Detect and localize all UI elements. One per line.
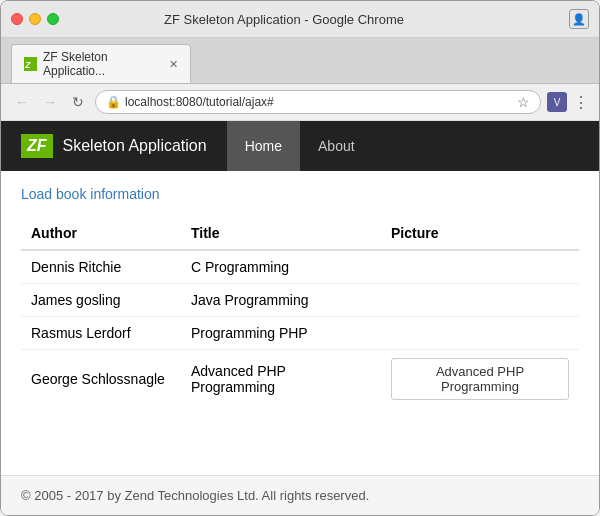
picture-cell: Advanced PHP Programming — [381, 350, 579, 409]
picture-cell — [381, 284, 579, 317]
author-cell: Dennis Ritchie — [21, 250, 181, 284]
refresh-button[interactable]: ↻ — [67, 91, 89, 113]
table-header-author: Author — [21, 217, 181, 250]
author-cell: James gosling — [21, 284, 181, 317]
tab-close-icon[interactable]: ✕ — [169, 58, 178, 71]
nav-links: Home About — [227, 121, 373, 171]
picture-cell — [381, 250, 579, 284]
window-title: ZF Skeleton Application - Google Chrome — [0, 12, 569, 27]
nav-link-home[interactable]: Home — [227, 121, 300, 171]
table-header-title: Title — [181, 217, 381, 250]
table-row: James gosling Java Programming — [21, 284, 579, 317]
user-profile-icon[interactable]: 👤 — [569, 9, 589, 29]
browser-menu-button[interactable]: ⋮ — [573, 93, 589, 112]
table-row: George Schlossnagle Advanced PHP Program… — [21, 350, 579, 409]
picture-cell — [381, 317, 579, 350]
title-cell: C Programming — [181, 250, 381, 284]
address-bar: ← → ↻ 🔒 localhost:8080/tutorial/ajax# ☆ … — [1, 84, 599, 121]
browser-window: ZF Skeleton Application - Google Chrome … — [0, 0, 600, 516]
author-cell: Rasmus Lerdorf — [21, 317, 181, 350]
navbar: ZF Skeleton Application Home About — [1, 121, 599, 171]
extensions-icon[interactable]: V — [547, 92, 567, 112]
zf-logo: ZF — [21, 134, 53, 158]
main-content: Load book information Author Title Pictu… — [1, 171, 599, 475]
back-button[interactable]: ← — [11, 91, 33, 113]
author-cell: George Schlossnagle — [21, 350, 181, 409]
tab-bar: Z ZF Skeleton Applicatio... ✕ — [1, 38, 599, 84]
title-cell: Java Programming — [181, 284, 381, 317]
footer: © 2005 - 2017 by Zend Technologies Ltd. … — [1, 475, 599, 515]
bookmark-icon[interactable]: ☆ — [517, 94, 530, 110]
table-row: Dennis Ritchie C Programming — [21, 250, 579, 284]
title-cell: Advanced PHP Programming — [181, 350, 381, 409]
title-bar: ZF Skeleton Application - Google Chrome … — [1, 1, 599, 38]
load-book-information-link[interactable]: Load book information — [21, 186, 160, 202]
secure-icon: 🔒 — [106, 95, 121, 109]
brand-name: Skeleton Application — [63, 137, 207, 155]
tab-favicon: Z — [24, 57, 37, 71]
footer-text: © 2005 - 2017 by Zend Technologies Ltd. … — [21, 488, 369, 503]
url-bar[interactable]: 🔒 localhost:8080/tutorial/ajax# ☆ — [95, 90, 541, 114]
tab-label: ZF Skeleton Applicatio... — [43, 50, 163, 78]
forward-button[interactable]: → — [39, 91, 61, 113]
picture-button[interactable]: Advanced PHP Programming — [391, 358, 569, 400]
table-row: Rasmus Lerdorf Programming PHP — [21, 317, 579, 350]
book-table: Author Title Picture Dennis Ritchie C Pr… — [21, 217, 579, 408]
table-header-picture: Picture — [381, 217, 579, 250]
url-text: localhost:8080/tutorial/ajax# — [125, 95, 274, 109]
title-cell: Programming PHP — [181, 317, 381, 350]
app-content: ZF Skeleton Application Home About Load … — [1, 121, 599, 515]
navbar-brand: ZF Skeleton Application — [1, 134, 227, 158]
nav-link-about[interactable]: About — [300, 121, 373, 171]
svg-text:Z: Z — [25, 60, 31, 69]
browser-tab[interactable]: Z ZF Skeleton Applicatio... ✕ — [11, 44, 191, 83]
